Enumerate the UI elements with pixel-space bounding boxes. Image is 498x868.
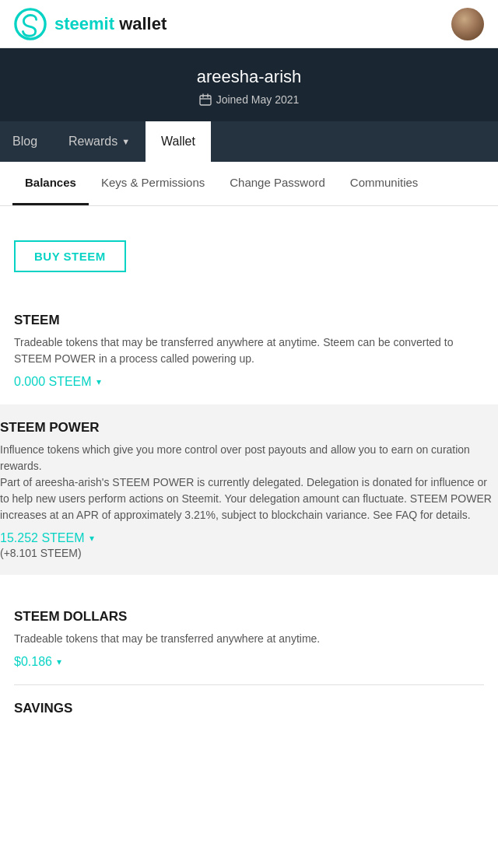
tab-blog[interactable]: Blog bbox=[0, 121, 53, 162]
savings-title: SAVINGS bbox=[14, 701, 484, 716]
steem-balance-value: 0.000 STEEM bbox=[14, 375, 92, 389]
subtab-keys-label: Keys & Permissions bbox=[101, 176, 205, 189]
tab-blog-label: Blog bbox=[12, 135, 37, 149]
steem-balance: 0.000 STEEM ▾ bbox=[14, 375, 484, 389]
header: steemit wallet bbox=[0, 0, 498, 48]
logo-text: steemit wallet bbox=[54, 14, 167, 34]
tab-rewards[interactable]: Rewards ▼ bbox=[53, 121, 146, 162]
profile-banner: areesha-arish Joined May 2021 bbox=[0, 48, 498, 121]
subtab-keys[interactable]: Keys & Permissions bbox=[89, 162, 217, 205]
steem-power-sub-balance: (+8.101 STEEM) bbox=[0, 547, 498, 559]
logo-area: steemit wallet bbox=[14, 8, 167, 40]
steem-power-balance-arrow[interactable]: ▾ bbox=[89, 533, 94, 544]
steem-power-description: Influence tokens which give you more con… bbox=[0, 442, 498, 523]
svg-point-0 bbox=[16, 9, 45, 38]
calendar-icon bbox=[199, 93, 212, 106]
savings-section: SAVINGS bbox=[14, 685, 484, 729]
steem-dollars-balance-value: $0.186 bbox=[14, 655, 52, 669]
tab-wallet-label: Wallet bbox=[161, 135, 195, 149]
buy-steem-button[interactable]: BUY STEEM bbox=[14, 240, 126, 272]
steem-title: STEEM bbox=[14, 313, 484, 328]
steem-dollars-balance-arrow[interactable]: ▾ bbox=[57, 656, 61, 667]
subtab-balances-label: Balances bbox=[25, 176, 76, 189]
steem-dollars-title: STEEM DOLLARS bbox=[14, 609, 484, 625]
steem-description: Tradeable tokens that may be transferred… bbox=[14, 334, 484, 367]
steem-power-section: STEEM POWER Influence tokens which give … bbox=[0, 404, 498, 575]
subtab-password[interactable]: Change Password bbox=[217, 162, 338, 205]
rewards-dropdown-arrow: ▼ bbox=[121, 137, 130, 146]
steem-dollars-wrapper: STEEM DOLLARS Tradeable tokens that may … bbox=[0, 575, 498, 729]
steem-balance-arrow[interactable]: ▾ bbox=[96, 376, 101, 387]
logo-secondary: wallet bbox=[114, 14, 167, 33]
subtab-password-label: Change Password bbox=[230, 176, 325, 189]
steem-power-title: STEEM POWER bbox=[0, 420, 498, 436]
logo-main: steemit bbox=[54, 14, 114, 33]
avatar-image bbox=[451, 8, 484, 40]
steem-dollars-description: Tradeable tokens that may be transferred… bbox=[14, 631, 484, 647]
steem-dollars-balance: $0.186 ▾ bbox=[14, 655, 484, 669]
steem-section: STEEM Tradeable tokens that may be trans… bbox=[14, 297, 484, 404]
sub-tabs: Balances Keys & Permissions Change Passw… bbox=[0, 162, 498, 206]
steem-power-balance: 15.252 STEEM ▾ bbox=[0, 531, 498, 545]
avatar[interactable] bbox=[451, 8, 484, 40]
profile-username: areesha-arish bbox=[16, 67, 482, 87]
nav-tabs: Blog Rewards ▼ Wallet bbox=[0, 121, 498, 162]
joined-label: Joined May 2021 bbox=[216, 93, 300, 106]
subtab-balances[interactable]: Balances bbox=[12, 162, 89, 205]
steem-dollars-section: STEEM DOLLARS Tradeable tokens that may … bbox=[14, 593, 484, 684]
steemit-logo-icon bbox=[14, 8, 47, 40]
subtab-communities-label: Communities bbox=[350, 176, 419, 189]
svg-rect-1 bbox=[200, 96, 211, 105]
profile-joined: Joined May 2021 bbox=[16, 93, 482, 106]
tab-wallet[interactable]: Wallet bbox=[146, 121, 211, 162]
main-content: BUY STEEM STEEM Tradeable tokens that ma… bbox=[0, 206, 498, 404]
steem-power-balance-value: 15.252 STEEM bbox=[0, 531, 85, 545]
tab-rewards-label: Rewards bbox=[68, 135, 117, 149]
subtab-communities[interactable]: Communities bbox=[338, 162, 431, 205]
